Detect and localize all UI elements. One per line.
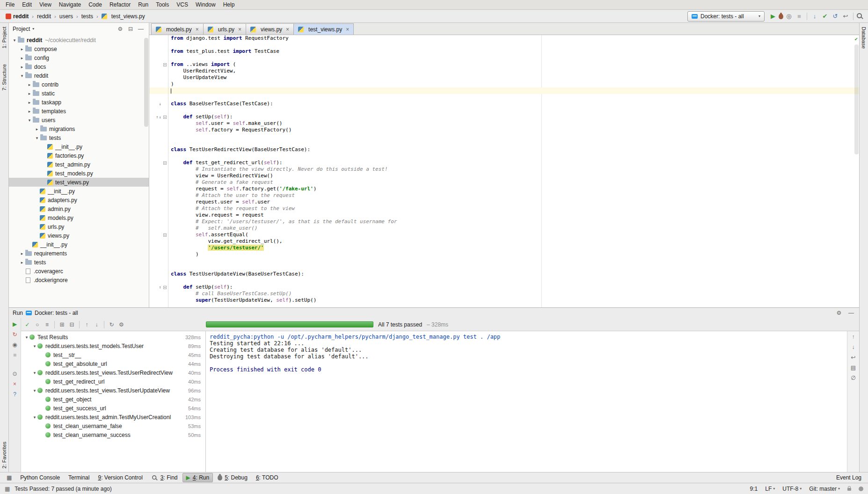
code-line[interactable]: UserUpdateView <box>149 74 859 81</box>
test-tree-item-test-results[interactable]: ▾Test Results328ms <box>21 333 205 341</box>
close-icon[interactable]: × <box>10 380 20 388</box>
tool-window-button-7-structure[interactable]: 7: Structure <box>1 64 7 91</box>
project-tree-item-static[interactable]: ▸static <box>9 89 149 98</box>
stop-icon[interactable]: ■ <box>795 12 804 21</box>
code-line[interactable]: super(TestUserUpdateView, self).setUp() <box>149 297 859 304</box>
toolwindow-tab-event-log[interactable]: Event Log <box>832 473 865 482</box>
test-tree-item-reddit-users-tests-test-views-testuserredirectview[interactable]: ▾reddit.users.tests.test_views.TestUserR… <box>21 368 205 377</box>
toolwindow-tab-find[interactable]: 3: Find <box>147 473 182 483</box>
code-line[interactable] <box>149 107 859 114</box>
editor-tab-views-py[interactable]: views.py× <box>246 23 294 35</box>
git-branch-widget[interactable]: Git: master ▾ <box>809 486 840 492</box>
auto-test-icon[interactable]: ◉ <box>10 341 20 349</box>
toolwindow-tab-python-console[interactable]: Python Console <box>16 473 64 482</box>
settings-gear-icon[interactable]: ⚙ <box>835 309 843 317</box>
code-line[interactable]: class TestUserRedirectView(BaseUserTestC… <box>149 146 859 153</box>
breadcrumb-item-reddit[interactable]: reddit <box>5 13 29 20</box>
console-output[interactable]: reddit_pycha:python -u /opt/.pycharm_hel… <box>206 331 847 472</box>
inspections-profile-icon[interactable] <box>859 487 863 491</box>
view-options-icon[interactable]: ⚙ <box>116 25 124 33</box>
code-line[interactable] <box>149 258 859 264</box>
toolwindow-tab-version-control[interactable]: 9: Version Control <box>94 473 146 482</box>
tree-expand-icon[interactable]: ▸ <box>19 65 25 69</box>
menu-item-window[interactable]: Window <box>192 0 219 9</box>
print-icon[interactable]: ▤ <box>849 364 858 371</box>
project-tree-item-test-models-py[interactable]: test_models.py <box>9 169 149 178</box>
tree-expand-icon[interactable]: ▸ <box>27 82 32 87</box>
project-tree-item-test-views-py[interactable]: test_views.py <box>9 178 149 187</box>
scroll-to-top-icon[interactable]: ↑ <box>849 333 858 341</box>
tree-expand-icon[interactable]: ▸ <box>19 47 25 51</box>
tree-collapse-icon[interactable]: ▾ <box>19 73 25 78</box>
project-tree-item-init-py[interactable]: __init__.py <box>9 142 149 151</box>
project-tree-item-compose[interactable]: ▸compose <box>9 44 149 53</box>
tree-collapse-icon[interactable]: ▾ <box>34 136 40 140</box>
previous-failed-icon[interactable]: ↑ <box>82 320 91 329</box>
tree-expand-icon[interactable]: ▸ <box>27 100 32 105</box>
breadcrumb-item-reddit[interactable]: reddit <box>36 13 52 20</box>
test-tree-item-test-clean-username-success[interactable]: test_clean_username_success50ms <box>21 430 205 439</box>
code-line[interactable] <box>149 153 859 160</box>
menu-item-vcs[interactable]: VCS <box>173 0 192 9</box>
code-line[interactable]: def test_get_redirect_url(self): <box>149 160 859 166</box>
code-line[interactable]: view = UserRedirectView() <box>149 173 859 179</box>
code-line[interactable]: self.factory = RequestFactory() <box>149 127 859 133</box>
editor-body[interactable]: from django.test import RequestFactoryfr… <box>149 35 859 307</box>
project-tree-item-test-admin-py[interactable]: test_admin.py <box>9 160 149 169</box>
menu-item-view[interactable]: View <box>36 0 55 9</box>
fold-marker-icon[interactable] <box>163 233 167 237</box>
project-tree-item-reddit[interactable]: ▾reddit <box>9 71 149 80</box>
project-tree-item-admin-py[interactable]: admin.py <box>9 204 149 213</box>
project-tree-item-coveragerc[interactable]: .coveragerc <box>9 267 149 276</box>
toolwindow-tab-todo[interactable]: 6: TODO <box>252 473 282 482</box>
project-tree-item-models-py[interactable]: models.py <box>9 213 149 222</box>
vcs-revert-icon[interactable]: ↩ <box>841 12 850 21</box>
readonly-lock-icon[interactable] <box>847 488 851 491</box>
collapse-all-icon[interactable]: ⊟ <box>126 25 135 33</box>
code-line[interactable]: ↑↓ def setUp(self): <box>149 114 859 120</box>
toolwindow-tab-run[interactable]: ▶4: Run <box>182 473 213 482</box>
project-tree-item-config[interactable]: ▸config <box>9 53 149 62</box>
next-failed-icon[interactable]: ↓ <box>92 320 101 329</box>
project-tree-item-views-py[interactable]: views.py <box>9 231 149 240</box>
clear-console-icon[interactable]: ∅ <box>849 374 858 382</box>
project-tree-item-users[interactable]: ▾users <box>9 116 149 124</box>
code-line[interactable]: view.request = request <box>149 212 859 218</box>
soft-wrap-icon[interactable]: ↩ <box>849 354 858 361</box>
tree-expand-icon[interactable]: ▸ <box>19 260 25 265</box>
toolwindow-tab-terminal[interactable]: Terminal <box>65 473 93 482</box>
run-config-select[interactable]: Docker: tests - all ▾ <box>687 11 765 22</box>
tree-expand-icon[interactable]: ▸ <box>27 91 32 96</box>
menu-item-refactor[interactable]: Refactor <box>106 0 134 9</box>
code-line[interactable]: # Instantiate the view directly. Never d… <box>149 166 859 173</box>
code-line[interactable] <box>149 133 859 140</box>
editor-tab-models-py[interactable]: models.py× <box>151 23 204 35</box>
expand-all-icon[interactable]: ⊞ <box>58 320 66 329</box>
code-line[interactable] <box>149 55 859 61</box>
code-line[interactable]: self.assertEqual( <box>149 232 859 238</box>
menu-item-navigate[interactable]: Navigate <box>55 0 85 9</box>
code-line[interactable]: ↓class BaseUserTestCase(TestCase): <box>149 101 859 107</box>
stop-icon[interactable]: ■ <box>10 351 20 359</box>
code-line[interactable]: # call BaseUserTestCase.setUp() <box>149 291 859 297</box>
breadcrumb-item-tests[interactable]: tests <box>80 13 94 20</box>
menu-item-run[interactable]: Run <box>134 0 152 9</box>
code-line[interactable]: # self.make_user() <box>149 225 859 232</box>
hide-panel-icon[interactable]: — <box>847 309 855 317</box>
project-tree-item-tests[interactable]: ▾tests <box>9 133 149 142</box>
test-tree-item-test-get-absolute-url[interactable]: test_get_absolute_url44ms <box>21 359 205 368</box>
test-tree-item-reddit-users-tests-test-models-testuser[interactable]: ▾reddit.users.tests.test_models.TestUser… <box>21 341 205 350</box>
code-line[interactable]: from ..views import ( <box>149 61 859 68</box>
code-line[interactable]: from django.test import RequestFactory <box>149 35 859 42</box>
code-line[interactable]: '/users/testuser/' <box>149 245 859 251</box>
code-line[interactable] <box>149 140 859 146</box>
project-tree-item-contrib[interactable]: ▸contrib <box>9 80 149 89</box>
code-line[interactable]: ) <box>149 81 859 87</box>
fold-marker-icon[interactable] <box>163 161 167 165</box>
tree-collapse-icon[interactable]: ▾ <box>32 370 37 375</box>
sort-alpha-icon[interactable]: ≡ <box>43 320 51 329</box>
tree-collapse-icon[interactable]: ▾ <box>32 415 37 420</box>
test-tree-item-test-get-redirect-url[interactable]: test_get_redirect_url40ms <box>21 377 205 386</box>
project-tree-item-requirements[interactable]: ▸requirements <box>9 249 149 258</box>
fold-marker-icon[interactable] <box>163 116 167 119</box>
